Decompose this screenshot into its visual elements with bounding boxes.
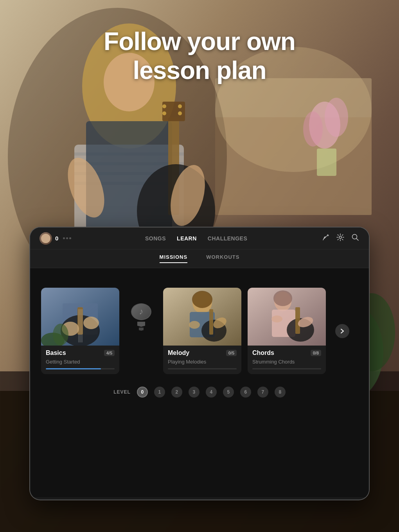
- card-chords-progress: [252, 368, 321, 369]
- app-nav: 0 SONGS LEARN CHALLENGES: [30, 227, 369, 249]
- tuner-icon[interactable]: [321, 233, 330, 244]
- card-chords-subtitle: Strumming Chords: [252, 359, 295, 365]
- level-dot-2[interactable]: 2: [171, 387, 182, 398]
- card-chords-title: Chords: [252, 349, 274, 356]
- nav-songs[interactable]: SONGS: [145, 235, 166, 242]
- card-chords-title-row: Chords 0/8: [252, 349, 321, 356]
- svg-point-7: [325, 98, 348, 137]
- medal-ribbon-2: [139, 328, 144, 331]
- card-melody-info: Melody 0/5 Playing Melodies: [163, 346, 241, 374]
- level-dot-4[interactable]: 4: [206, 387, 217, 398]
- nav-right: [321, 233, 359, 244]
- card-basics-title: Basics: [46, 349, 66, 356]
- svg-point-23: [178, 111, 182, 115]
- card-melody-progress: [168, 368, 237, 369]
- level-dot-8[interactable]: 8: [275, 387, 286, 398]
- card-melody-subtitle: Playing Melodies: [168, 359, 206, 365]
- level-dot-7[interactable]: 7: [257, 387, 268, 398]
- card-basics[interactable]: Basics 4/5 Getting Started: [41, 288, 119, 374]
- level-label: LEVEL: [113, 389, 131, 395]
- svg-rect-9: [317, 149, 336, 176]
- medal: ♪: [129, 303, 153, 331]
- svg-point-22: [178, 104, 182, 108]
- svg-rect-19: [162, 102, 185, 121]
- svg-point-21: [162, 111, 166, 115]
- nav-dots: [63, 237, 71, 239]
- svg-point-61: [271, 315, 282, 322]
- nav-challenges[interactable]: CHALLENGES: [208, 235, 247, 242]
- headline: Follow your own lesson plan: [63, 27, 336, 85]
- search-icon[interactable]: [351, 233, 359, 244]
- card-melody[interactable]: Melody 0/5 Playing Melodies: [163, 288, 241, 374]
- level-row: LEVEL 0 1 2 3 4 5 6 7 8: [41, 387, 358, 398]
- avatar[interactable]: [40, 232, 52, 245]
- headline-line2: lesson plan: [133, 56, 266, 84]
- card-chords-badge: 0/8: [311, 350, 321, 356]
- nav-learn[interactable]: LEARN: [177, 235, 197, 242]
- cards-row: Basics 4/5 Getting Started ♪: [41, 288, 358, 374]
- nav-dot-3: [69, 237, 71, 239]
- card-basics-progress: [46, 368, 115, 369]
- card-basics-info: Basics 4/5 Getting Started: [41, 346, 119, 374]
- medal-circle: ♪: [131, 303, 151, 320]
- card-melody-title-row: Melody 0/5: [168, 349, 237, 356]
- svg-rect-59: [295, 307, 300, 334]
- svg-point-53: [189, 321, 200, 329]
- tab-workouts[interactable]: WORKOUTS: [206, 254, 239, 263]
- card-basics-progress-fill: [46, 368, 101, 369]
- settings-icon[interactable]: [336, 233, 345, 244]
- card-basics-subtitle: Getting Started: [46, 359, 80, 365]
- svg-point-45: [53, 324, 68, 346]
- nav-left: 0: [40, 232, 71, 245]
- medal-ribbon: [137, 322, 145, 327]
- card-chords[interactable]: Chords 0/8 Strumming Chords: [248, 288, 326, 374]
- card-chords-info: Chords 0/8 Strumming Chords: [248, 346, 326, 374]
- nav-dot-2: [66, 237, 68, 239]
- svg-point-56: [273, 290, 292, 306]
- sub-nav: MISSIONS WORKOUTS: [30, 249, 369, 268]
- medal-area: ♪: [126, 303, 157, 331]
- level-dot-1[interactable]: 1: [154, 387, 165, 398]
- level-dot-5[interactable]: 5: [223, 387, 234, 398]
- level-dot-0[interactable]: 0: [137, 387, 148, 398]
- device-frame: 0 SONGS LEARN CHALLENGES: [29, 227, 370, 500]
- svg-rect-51: [209, 309, 213, 335]
- svg-point-43: [83, 317, 99, 329]
- card-melody-title: Melody: [168, 349, 189, 356]
- card-chords-image: [248, 288, 326, 346]
- nav-center: SONGS LEARN CHALLENGES: [145, 235, 247, 242]
- card-basics-badge: 4/5: [104, 350, 115, 356]
- svg-point-20: [162, 104, 166, 108]
- svg-point-32: [339, 236, 341, 238]
- nav-dot-1: [63, 237, 65, 239]
- card-melody-badge: 0/5: [226, 350, 237, 356]
- card-basics-title-row: Basics 4/5: [46, 349, 115, 356]
- card-melody-image: [163, 288, 241, 346]
- level-dot-6[interactable]: 6: [240, 387, 251, 398]
- app-content: Basics 4/5 Getting Started ♪: [30, 268, 369, 497]
- headline-line1: Follow your own: [104, 27, 295, 56]
- medal-icon: ♪: [139, 306, 144, 317]
- avatar-image: [41, 234, 50, 243]
- next-arrow[interactable]: [335, 324, 349, 338]
- svg-point-48: [192, 291, 212, 308]
- tab-missions[interactable]: MISSIONS: [160, 254, 188, 263]
- level-dot-3[interactable]: 3: [189, 387, 200, 398]
- svg-point-8: [303, 111, 323, 147]
- nav-score: 0: [55, 235, 58, 242]
- card-basics-image: [41, 288, 119, 346]
